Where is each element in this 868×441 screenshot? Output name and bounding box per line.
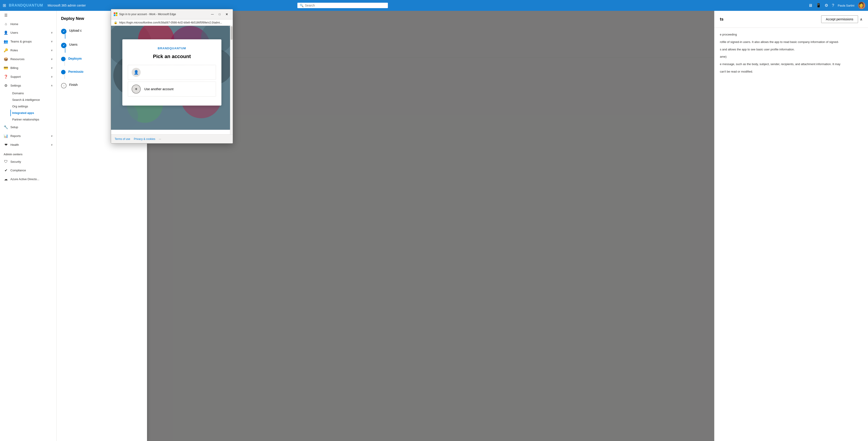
step-label-users[interactable]: Users	[69, 42, 78, 46]
search-bar[interactable]: 🔍	[298, 3, 388, 8]
sidebar-item-roles-label: Roles	[10, 49, 18, 52]
sidebar-item-users-label: Users	[10, 31, 18, 34]
sidebar-item-support-label: Support	[10, 75, 21, 78]
sidebar-item-azure-ad[interactable]: ☁ Azure Active Directo...	[0, 175, 56, 184]
billing-icon: 💳	[4, 66, 8, 70]
topbar-icons: 🖥 📱 ⚙ ? Paula Sartini 👩	[808, 2, 865, 9]
pick-brand: BRANDQUANTUM	[128, 46, 216, 50]
maximize-button[interactable]: □	[216, 11, 223, 18]
sidebar-sub-org-settings[interactable]: Org settings	[10, 103, 56, 109]
user-name[interactable]: Paula Sartini	[838, 4, 855, 7]
sidebar-item-roles[interactable]: 🔑 Roles	[0, 46, 56, 55]
reports-icon: 📊	[4, 134, 8, 138]
resources-chevron	[51, 58, 53, 61]
search-icon: 🔍	[300, 4, 304, 7]
waffle-icon[interactable]: ⊞	[3, 3, 6, 8]
permissions-body: e proceeding rofile of signed-in users. …	[714, 28, 868, 82]
sidebar-item-health[interactable]: ❤ Health	[0, 140, 56, 149]
admin-center-title: Microsoft 365 admin center	[48, 4, 86, 7]
step-label-finish[interactable]: Finish	[69, 83, 78, 87]
sidebar-item-teams-groups[interactable]: 👥 Teams & groups	[0, 37, 56, 46]
use-another-account-option[interactable]: + Use another account	[128, 82, 216, 96]
sidebar-item-reports-label: Reports	[10, 134, 21, 138]
users-chevron	[51, 31, 53, 34]
avatar[interactable]: 👩	[858, 2, 865, 9]
existing-account-option[interactable]: 👤	[128, 65, 216, 80]
sidebar-item-resources-label: Resources	[10, 57, 24, 61]
step-line-2	[65, 48, 65, 53]
settings-submenu: Domains Search & intelligence Org settin…	[0, 90, 56, 123]
browser-tab-title: Sign in to your account - Work - Microso…	[119, 13, 207, 16]
minimize-button[interactable]: —	[209, 11, 216, 18]
billing-chevron	[51, 66, 53, 69]
browser-url[interactable]: https://login.microsoftonline.com/fc58a0…	[119, 21, 230, 24]
teams-chevron	[51, 40, 53, 43]
sidebar-item-security[interactable]: 🛡 Security	[0, 157, 56, 166]
scroll-thumb	[231, 26, 232, 40]
menu-icon: ☰	[4, 13, 8, 18]
support-chevron	[51, 75, 53, 78]
privacy-link[interactable]: Privacy & cookies	[134, 137, 155, 140]
sidebar-item-settings[interactable]: ⚙ Settings	[0, 81, 56, 90]
sidebar-item-billing-label: Billing	[10, 66, 18, 70]
sidebar-item-compliance[interactable]: ✔ Compliance	[0, 166, 56, 175]
health-icon: ❤	[4, 143, 8, 147]
azure-icon: ☁	[4, 177, 8, 181]
sidebar-item-security-label: Security	[10, 160, 21, 163]
lock-icon: 🔒	[114, 21, 117, 24]
sidebar-item-support[interactable]: ❓ Support	[0, 72, 56, 81]
sidebar-sub-domains[interactable]: Domains	[10, 90, 56, 96]
svg-point-14	[111, 103, 138, 130]
sidebar-item-users[interactable]: 👤 Users	[0, 28, 56, 37]
step-label-deployment[interactable]: Deploym	[68, 56, 82, 60]
step-label-upload[interactable]: Upload c	[69, 28, 82, 32]
brand-logo: BRANDQUANTUM	[9, 3, 43, 7]
close-button[interactable]: ✕	[224, 11, 230, 18]
pick-account-dialog: BRANDQUANTUM Pick an account 👤 + Use	[122, 39, 221, 105]
permissions-title: ts	[720, 17, 723, 22]
svg-rect-2	[114, 14, 115, 16]
sidebar-item-compliance-label: Compliance	[10, 169, 26, 172]
settings-chevron	[51, 84, 53, 87]
add-account-icon: +	[132, 85, 141, 94]
step-line-3	[64, 61, 65, 66]
account-avatar: 👤	[132, 68, 141, 77]
step-indicator-deployment	[61, 57, 66, 61]
browser-scrollbar[interactable]	[230, 26, 233, 143]
help-icon[interactable]: ?	[832, 3, 834, 8]
support-icon: ❓	[4, 74, 8, 79]
compliance-icon: ✔	[4, 168, 8, 172]
users-icon: 👤	[4, 31, 8, 35]
sidebar-toggle[interactable]: ☰	[0, 11, 56, 20]
settings-nav-icon: ⚙	[4, 84, 8, 88]
use-another-label: Use another account	[144, 87, 174, 91]
sidebar-item-reports[interactable]: 📊 Reports	[0, 131, 56, 140]
sidebar-item-home-label: Home	[10, 22, 18, 26]
sidebar-sub-search-intelligence[interactable]: Search & intelligence	[10, 96, 56, 103]
more-link[interactable]: ···	[159, 137, 161, 140]
settings-icon[interactable]: ⚙	[825, 3, 828, 8]
svg-rect-0	[114, 12, 115, 14]
step-line-4	[64, 74, 65, 79]
sidebar-item-setup[interactable]: 🔧 Setup	[0, 123, 56, 131]
svg-rect-1	[116, 12, 117, 14]
resources-icon: 📦	[4, 57, 8, 61]
search-input[interactable]	[305, 4, 385, 7]
sidebar-sub-integrated-apps[interactable]: Integrated apps	[10, 109, 56, 116]
terms-link[interactable]: Terms of use	[115, 137, 130, 140]
browser-titlebar: Sign in to your account - Work - Microso…	[111, 9, 233, 20]
setup-icon: 🔧	[4, 125, 8, 129]
accept-permissions-button[interactable]: Accept permissions	[821, 15, 858, 23]
sidebar-item-billing[interactable]: 💳 Billing	[0, 64, 56, 72]
browser-window: Sign in to your account - Work - Microso…	[111, 9, 233, 144]
permissions-panel: ts Accept permissions ∧ e proceeding rof…	[714, 11, 868, 441]
reports-chevron	[51, 134, 53, 137]
mobile-icon[interactable]: 📱	[816, 3, 821, 8]
roles-icon: 🔑	[4, 48, 8, 53]
email-icon[interactable]: 🖥	[808, 3, 812, 8]
sidebar-item-home[interactable]: ⌂ Home	[0, 20, 56, 28]
collapse-icon[interactable]: ∧	[860, 17, 863, 22]
sidebar-sub-partner-relationships[interactable]: Partner relationships	[10, 116, 56, 123]
step-label-permissions[interactable]: Permissio	[68, 69, 84, 73]
sidebar-item-resources[interactable]: 📦 Resources	[0, 55, 56, 64]
